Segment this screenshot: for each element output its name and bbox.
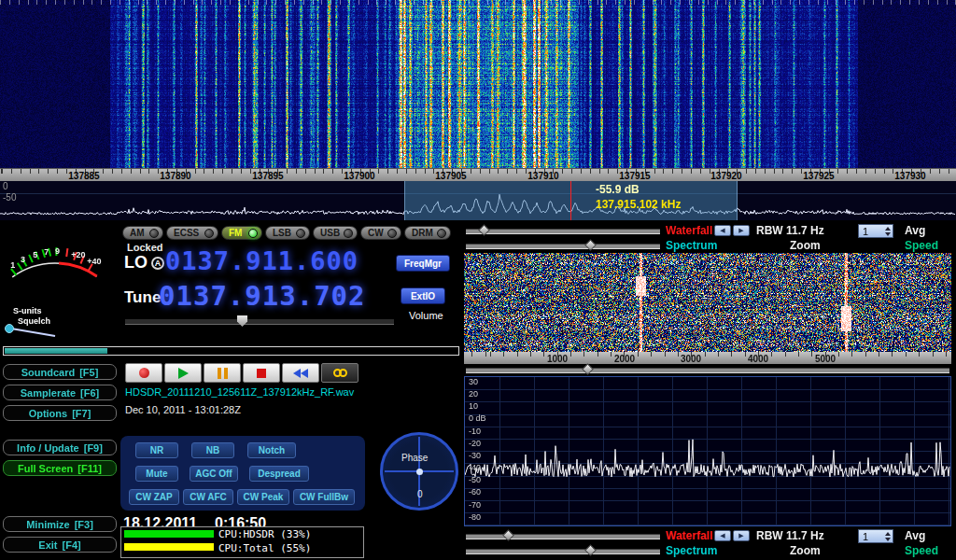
audio-waterfall-display[interactable] [464,253,951,352]
smeter-scale-label: 7 [44,247,49,257]
avg-dropdown[interactable]: 1 [858,224,893,238]
frequency-ruler[interactable]: 137885 137890 137895 137900 137905 13791… [0,168,956,181]
pan-left-button-bottom[interactable]: ◀ [714,530,731,541]
mode-button-am[interactable]: AM [122,226,163,240]
db-label: -20 [469,440,481,448]
notch-button[interactable]: Notch [247,442,296,458]
cw-zap-button[interactable]: CW ZAP [129,489,179,505]
phase-label: Phase [401,453,428,463]
pan-right-button-bottom[interactable]: ▶ [733,530,750,541]
rewind-icon [293,369,308,378]
vfo-a-badge[interactable]: A [151,257,164,270]
soundcard-button[interactable]: Soundcard [F5] [3,364,117,380]
loop-button[interactable] [321,363,358,383]
frequency-tick-label: 137915 [619,171,650,181]
volume-slider[interactable] [125,318,394,325]
smeter-scale-label: 5 [33,250,37,259]
pause-icon [218,368,228,379]
rbw-readout: RBW 11.7 Hz [756,224,824,237]
mode-led [149,229,159,238]
exit-button[interactable]: Exit [F4] [3,537,117,553]
play-button[interactable] [164,363,202,383]
avg-dropdown-bottom[interactable]: 1 [858,529,893,543]
record-button[interactable] [125,363,162,383]
waterfall-contrast-slider[interactable] [466,229,660,234]
pause-button[interactable] [204,363,241,383]
mode-button-drm[interactable]: DRM [404,226,451,240]
zoom-label: Zoom [790,239,821,252]
spin-down-icon [885,538,891,541]
samplerate-button[interactable]: Samplerate [F6] [3,385,117,400]
freqmgr-button[interactable]: FreqMgr [396,255,450,272]
minimize-button[interactable]: Minimize [F3] [3,516,117,532]
fullscreen-button[interactable]: Full Screen [F11] [3,460,117,476]
db-label: -60 [469,488,481,497]
options-button[interactable]: Options [F7] [3,405,117,421]
mode-button-ecss[interactable]: ECSS [166,226,218,240]
main-waterfall-display[interactable] [0,0,956,168]
db-axis-label: -50 [3,192,16,203]
audio-tick-label: 3000 [681,354,701,364]
extio-button[interactable]: ExtIO [401,287,445,304]
frequency-tick-label: 137900 [344,171,374,181]
waterfall-tab-bottom[interactable]: Waterfall [666,529,712,542]
mode-led [248,229,258,238]
info-update-button[interactable]: Info / Update [F9] [3,440,117,455]
audio-frequency-ruler[interactable]: 1000 2000 3000 4000 5000 [464,352,951,364]
mode-button-lsb[interactable]: LSB [265,226,310,240]
spectrum-zoom-slider[interactable] [466,244,660,249]
tune-marker-line [570,181,571,220]
s-meter[interactable]: 1 3 5 7 9 +20 +40 S-units Squelch [1,231,113,345]
button-hotkey: [F3] [75,519,93,530]
mode-button-usb[interactable]: USB [313,226,358,240]
hdsdr-window: 137885 137890 137895 137900 137905 13791… [0,0,956,560]
spectrum-tab[interactable]: Spectrum [666,239,717,252]
nb-button[interactable]: NB [191,442,234,458]
spectrum-tab-bottom[interactable]: Spectrum [666,544,717,557]
cw-afc-button[interactable]: CW AFC [183,489,233,505]
squelch-knob[interactable] [6,325,14,333]
cw-peak-button[interactable]: CW Peak [237,489,289,505]
transport-controls [125,363,358,383]
button-label: Minimize [26,519,69,530]
stop-button[interactable] [243,363,280,383]
spectrum-zoom-slider-bottom[interactable] [466,549,660,554]
mode-label: CW [368,228,384,238]
db-axis-label: 0 [3,181,8,191]
agc-button[interactable]: AGC Off [190,466,238,482]
mode-button-cw[interactable]: CW [360,226,401,240]
lo-frequency-display[interactable]: 0137.911.600 [165,246,358,275]
stop-icon [257,369,266,378]
db-label: 10 [469,402,478,411]
zoom-label-bottom: Zoom [790,544,821,557]
volume-slider-thumb[interactable] [237,315,247,327]
mode-button-fm[interactable]: FM [221,226,262,240]
avg-spinner[interactable] [882,227,893,236]
smeter-squelch-caption: Squelch [18,316,50,326]
avg-spinner[interactable] [882,532,893,541]
cpu-total-bar [124,543,214,551]
signal-level-readout: -55.9 dB [596,183,640,196]
pan-left-button[interactable]: ◀ [714,225,731,236]
cw-fullbw-button[interactable]: CW FullBw [293,489,355,505]
phase-dial: Phase 0 [380,432,458,511]
smeter-scale-label: 1 [10,260,15,270]
pan-right-button[interactable]: ▶ [733,225,750,236]
volume-label: Volume [409,310,443,321]
tune-label: Tune [124,288,161,307]
cpu-hdsdr-bar [124,530,214,538]
audio-pan-slider[interactable] [466,368,949,373]
frequency-tick-label: 137925 [803,171,834,181]
audio-spectrum-display[interactable]: 30 20 10 0 dB -10 -20 -30 -40 -50 -60 -7… [464,376,951,526]
main-spectrum-display[interactable]: 0 -50 -55.9 dB 137.915.102 kHz [0,181,956,220]
tune-frequency-display[interactable]: 0137.913.702 [159,280,366,312]
nr-button[interactable]: NR [135,442,178,458]
level-bar[interactable] [3,346,459,356]
despread-button[interactable]: Despread [249,466,309,482]
rewind-button[interactable] [282,363,319,383]
cpu-total-text: CPU:Total (55%) [218,542,311,554]
mode-label: ECSS [174,228,199,238]
waterfall-contrast-slider-bottom[interactable] [466,534,660,539]
mute-button[interactable]: Mute [135,466,178,482]
waterfall-tab[interactable]: Waterfall [666,224,712,237]
